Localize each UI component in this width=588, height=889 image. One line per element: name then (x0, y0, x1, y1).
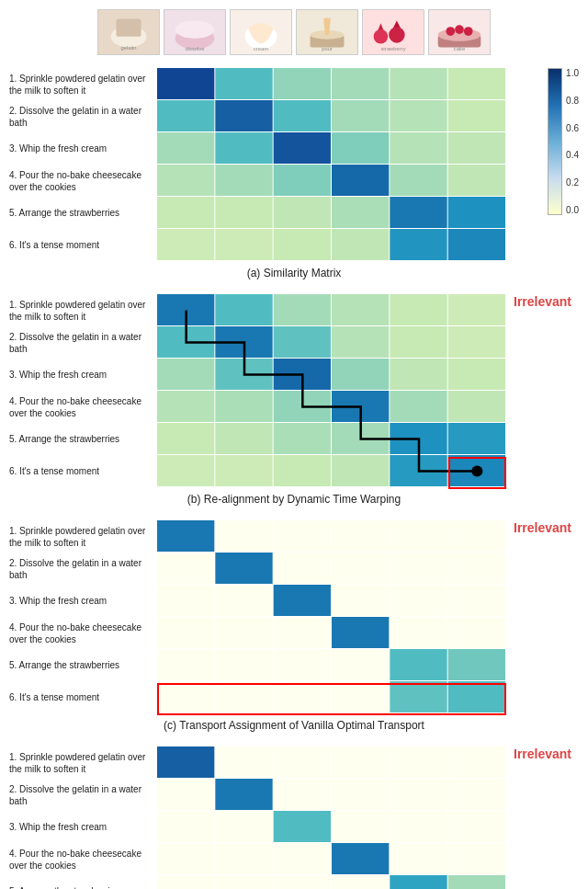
row-label: 6. It's a tense moment (9, 455, 152, 487)
colorbar-tick: 0.6 (566, 123, 579, 133)
svg-text:pour: pour (322, 46, 333, 51)
svg-text:gelatin: gelatin (120, 45, 136, 51)
row-label: 3. Whip the fresh cream (9, 359, 152, 391)
svg-point-24 (446, 27, 455, 36)
svg-point-19 (389, 27, 404, 42)
colorbar-tick: 0.0 (566, 205, 579, 215)
irrelevant-label-c: Irrelevant (514, 520, 587, 535)
thumb-1: gelatin (97, 9, 160, 55)
thumb-3: cream (230, 9, 292, 55)
row-label: 4. Pour the no-bake cheesecake over the … (9, 617, 152, 649)
matrix-area-d: 1. Sprinkle powdered gelatin over the mi… (9, 747, 579, 889)
colorbar-tick: 0.2 (566, 177, 579, 188)
row-labels-d: 1. Sprinkle powdered gelatin over the mi… (9, 747, 152, 889)
matrix-wrapper-d (157, 747, 506, 889)
caption-c: (c) Transport Assignment of Vanilla Opti… (164, 719, 424, 732)
svg-text:cake: cake (454, 46, 465, 51)
irrelevant-area-b: Irrelevant (514, 294, 587, 316)
subfigure-b: 1. Sprinkle powdered gelatin over the mi… (9, 294, 579, 506)
subfigure-c: 1. Sprinkle powdered gelatin over the mi… (9, 520, 579, 732)
row-label: 2. Dissolve the gelatin in a water bath (9, 100, 152, 132)
figure-container: gelatin dissolve cream (0, 9, 588, 889)
colorbar-tick: 1.0 (566, 68, 579, 78)
matrix-wrapper-b (157, 294, 506, 489)
row-label: 6. It's a tense moment (9, 681, 152, 713)
colorbar-a: 1.00.80.60.40.20.0 (548, 68, 579, 215)
row-label: 5. Arrange the strawberries (9, 423, 152, 455)
row-label: 4. Pour the no-bake cheesecake over the … (9, 843, 152, 875)
svg-text:strawberry: strawberry (380, 46, 405, 51)
row-labels-c: 1. Sprinkle powdered gelatin over the mi… (9, 520, 152, 713)
thumb-6: cake (428, 9, 491, 55)
row-label: 5. Arrange the strawberries (9, 875, 152, 889)
colorbar-labels-a: 1.00.80.60.40.20.0 (566, 68, 579, 215)
image-strip: gelatin dissolve cream (97, 9, 491, 55)
irrelevant-area-d: Irrelevant (514, 747, 587, 769)
irrelevant-area-c: Irrelevant (514, 520, 587, 542)
row-label: 6. It's a tense moment (9, 229, 152, 261)
row-label: 4. Pour the no-bake cheesecake over the … (9, 165, 152, 197)
thumb-4: pour (296, 9, 358, 55)
matrix-wrapper-c (157, 520, 506, 715)
svg-rect-2 (116, 18, 141, 36)
matrix-area-c: 1. Sprinkle powdered gelatin over the mi… (9, 520, 579, 715)
row-label: 1. Sprinkle powdered gelatin over the mi… (9, 68, 152, 100)
irrelevant-label-b: Irrelevant (514, 294, 587, 309)
row-label: 3. Whip the fresh cream (9, 811, 152, 843)
row-labels-a: 1. Sprinkle powdered gelatin over the mi… (9, 68, 152, 261)
thumb-2: dissolve (164, 9, 226, 55)
row-label: 4. Pour the no-bake cheesecake over the … (9, 391, 152, 423)
matrix-area-b: 1. Sprinkle powdered gelatin over the mi… (9, 294, 579, 489)
svg-point-17 (374, 29, 389, 44)
row-label: 1. Sprinkle powdered gelatin over the mi… (9, 747, 152, 779)
svg-text:dissolve: dissolve (186, 46, 205, 51)
row-label: 5. Arrange the strawberries (9, 649, 152, 681)
svg-point-6 (175, 20, 215, 38)
row-labels-b: 1. Sprinkle powdered gelatin over the mi… (9, 294, 152, 487)
svg-point-25 (455, 25, 464, 34)
colorbar-gradient-a (548, 68, 562, 215)
caption-b: (b) Re-alignment by Dynamic Time Warping (187, 493, 401, 506)
row-label: 2. Dissolve the gelatin in a water bath (9, 326, 152, 359)
row-label: 3. Whip the fresh cream (9, 585, 152, 617)
svg-text:cream: cream (254, 46, 268, 51)
svg-point-26 (464, 27, 473, 36)
row-label: 3. Whip the fresh cream (9, 132, 152, 165)
matrix-wrapper-a (157, 68, 540, 263)
matrix-area-a: 1. Sprinkle powdered gelatin over the mi… (9, 68, 579, 263)
colorbar-tick: 0.8 (566, 96, 579, 106)
row-label: 5. Arrange the strawberries (9, 197, 152, 229)
thumb-5: strawberry (362, 9, 424, 55)
colorbar-tick: 0.4 (566, 150, 579, 160)
row-label: 1. Sprinkle powdered gelatin over the mi… (9, 520, 152, 553)
row-label: 2. Dissolve the gelatin in a water bath (9, 779, 152, 811)
subfigure-d: 1. Sprinkle powdered gelatin over the mi… (9, 747, 579, 889)
subfigure-a: 1. Sprinkle powdered gelatin over the mi… (9, 68, 579, 279)
caption-a: (a) Similarity Matrix (247, 267, 342, 279)
row-label: 1. Sprinkle powdered gelatin over the mi… (9, 294, 152, 326)
irrelevant-label-d: Irrelevant (514, 747, 587, 761)
row-label: 2. Dissolve the gelatin in a water bath (9, 553, 152, 585)
